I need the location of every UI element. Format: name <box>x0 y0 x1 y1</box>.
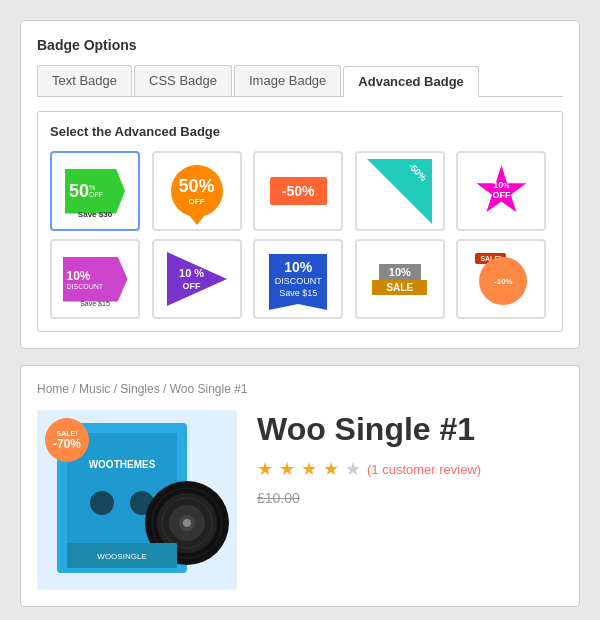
badge-selection-area: Select the Advanced Badge 50 %OFF Save $… <box>37 111 563 332</box>
badge-sale-label: SALE! <box>57 430 78 437</box>
svg-point-3 <box>90 491 114 515</box>
product-sale-badge: SALE! -70% <box>45 418 89 462</box>
badge-item-4[interactable]: -50% <box>355 151 445 231</box>
badge-10-graphic: SALE! -10% <box>475 253 527 305</box>
product-info: Woo Single #1 ★ ★ ★ ★ ★ (1 customer revi… <box>257 410 563 506</box>
breadcrumb: Home / Music / Singles / Woo Single #1 <box>37 382 563 396</box>
badge-6-label: DISCOUNT <box>67 283 104 290</box>
badge-1-graphic: 50 %OFF Save $30 <box>65 164 125 219</box>
product-title: Woo Single #1 <box>257 410 563 448</box>
badge-section-title: Select the Advanced Badge <box>50 124 550 139</box>
badge-options-panel: Badge Options Text Badge CSS Badge Image… <box>20 20 580 349</box>
badge-6-graphic: 10% DISCOUNT Save $15 <box>63 252 128 307</box>
badge-item-7[interactable]: 10 %OFF <box>152 239 242 319</box>
badge-8-graphic: 10% DISCOUNTSave $15 <box>269 254 327 304</box>
old-price: £10.00 <box>257 490 563 506</box>
badge-item-9[interactable]: 10% SALE <box>355 239 445 319</box>
badge-5-text: 10%OFF <box>492 181 510 201</box>
badge-10-circle: -10% <box>479 257 527 305</box>
star-4: ★ <box>323 458 339 480</box>
badge-6-number: 10% <box>67 269 91 283</box>
badge-1-number: 50 <box>69 181 89 202</box>
badge-6-sub: Save $15 <box>63 300 128 307</box>
badge-discount-label: -70% <box>53 437 81 451</box>
badge-item-10[interactable]: SALE! -10% <box>456 239 546 319</box>
badge-2-sub: OFF <box>189 197 205 206</box>
tab-advanced-badge[interactable]: Advanced Badge <box>343 66 478 97</box>
badge-8-number: 10% <box>284 259 312 275</box>
badge-item-5[interactable]: 10%OFF <box>456 151 546 231</box>
badge-9-graphic: 10% SALE <box>372 264 427 295</box>
badge-5-graphic: 10%OFF <box>475 165 527 217</box>
tab-image-badge[interactable]: Image Badge <box>234 65 341 96</box>
badge-4-graphic: -50% <box>367 159 432 224</box>
product-image-wrap: SALE! -70% WOOTHEMES <box>37 410 237 590</box>
svg-point-9 <box>183 519 191 527</box>
tab-bar: Text Badge CSS Badge Image Badge Advance… <box>37 65 563 97</box>
product-area: SALE! -70% WOOTHEMES <box>37 410 563 590</box>
badge-2-graphic: 50% OFF <box>171 165 223 217</box>
svg-text:WOOTHEMES: WOOTHEMES <box>89 459 156 470</box>
badge-2-number: 50% <box>179 176 215 197</box>
star-5: ★ <box>345 458 361 480</box>
star-2: ★ <box>279 458 295 480</box>
product-panel: Home / Music / Singles / Woo Single #1 S… <box>20 365 580 607</box>
badge-item-2[interactable]: 50% OFF <box>152 151 242 231</box>
badge-7-graphic: 10 %OFF <box>167 252 227 307</box>
badge-9-top: 10% <box>379 264 421 280</box>
badge-1-sup: %OFF <box>89 184 103 198</box>
review-link[interactable]: (1 customer review) <box>367 462 481 477</box>
star-rating: ★ ★ ★ ★ ★ (1 customer review) <box>257 458 563 480</box>
badge-1-sub: Save $30 <box>65 210 125 219</box>
badge-7-text: 10 %OFF <box>167 267 217 291</box>
star-3: ★ <box>301 458 317 480</box>
badge-grid: 50 %OFF Save $30 50% OFF -50% <box>50 151 550 319</box>
badge-9-bot: SALE <box>372 280 427 295</box>
badge-item-6[interactable]: 10% DISCOUNT Save $15 <box>50 239 140 319</box>
tab-css-badge[interactable]: CSS Badge <box>134 65 232 96</box>
svg-text:WOOSINGLE: WOOSINGLE <box>97 552 146 561</box>
badge-item-1[interactable]: 50 %OFF Save $30 <box>50 151 140 231</box>
badge-item-3[interactable]: -50% <box>253 151 343 231</box>
star-1: ★ <box>257 458 273 480</box>
badge-3-graphic: -50% <box>270 177 327 205</box>
tab-text-badge[interactable]: Text Badge <box>37 65 132 96</box>
badge-item-8[interactable]: 10% DISCOUNTSave $15 <box>253 239 343 319</box>
panel-title: Badge Options <box>37 37 563 53</box>
